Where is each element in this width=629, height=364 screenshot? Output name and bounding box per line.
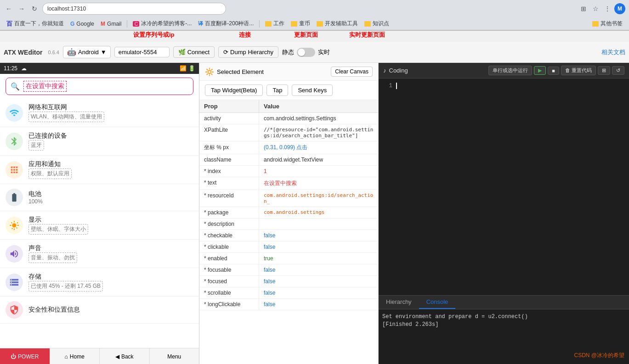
table-row: 坐标 % px (0.31, 0.099) 点击 <box>199 141 378 154</box>
platform-select[interactable]: 🤖 Android ▼ <box>63 46 111 58</box>
home-button[interactable]: ⌂ Home <box>50 348 100 364</box>
docs-link[interactable]: 相关文档 <box>601 48 625 56</box>
console-line: Set environment and prepare d = u2.conne… <box>382 313 625 321</box>
item-title: 已连接的设备 <box>28 132 193 140</box>
send-keys-button[interactable]: Send Keys <box>292 84 333 96</box>
bookmark-blog[interactable]: C 冰冷的希望的博客-... <box>130 19 194 28</box>
table-row: * focusable false <box>199 264 378 276</box>
search-icon: 🔍 <box>11 82 20 91</box>
tab-hierarchy[interactable]: Hierarchy <box>379 296 419 309</box>
annotation-realtime: 实时更新页面 <box>349 31 385 39</box>
run-button[interactable]: ▶ <box>534 66 546 75</box>
coding-actions: 单行或选中运行 ▶ ■ 🗑 重置代码 ⊞ ↺ <box>488 66 624 75</box>
item-subtitle: 音量、振动、勿扰 <box>28 252 193 263</box>
list-item[interactable]: 应用和通知 权限、默认应用 <box>0 156 199 184</box>
item-icon-security <box>6 301 23 319</box>
list-item[interactable]: 电池 100% <box>0 184 199 211</box>
bookmark-label: 冰冷的希望的博客-... <box>141 20 192 28</box>
prop-key: * focusable <box>199 264 259 275</box>
dump-hierarchy-button[interactable]: ⟳ Dump Hierarchy <box>218 46 278 58</box>
prop-key: * resourceId <box>199 190 259 207</box>
item-icon-display <box>6 217 23 234</box>
bookmark-baidu[interactable]: 百 百度一下，你就知道 <box>4 19 67 29</box>
bookmark-other[interactable]: 其他书签 <box>589 19 625 28</box>
power-button[interactable]: ⏻ POWER <box>0 348 50 364</box>
prop-key: 坐标 % px <box>199 141 259 154</box>
run-single-button[interactable]: 单行或选中运行 <box>488 66 532 75</box>
forward-button[interactable]: → <box>17 4 27 14</box>
table-row: XPathLite //*[@resource-id="com.android.… <box>199 124 378 141</box>
action-buttons: Tap Widget(Beta) Tap Send Keys <box>199 81 378 100</box>
power-icon: ⏻ <box>11 353 16 360</box>
list-item[interactable]: 显示 壁纸、休眠、字体大小 <box>0 211 199 240</box>
chevron-down-icon: ▼ <box>101 49 107 56</box>
connect-button[interactable]: 🌿 Connect <box>173 46 215 58</box>
item-title: 电池 <box>28 190 193 198</box>
address-bar[interactable]: localhost:17310 <box>42 3 226 15</box>
reload-button[interactable]: ↻ <box>29 4 40 14</box>
bookmark-star-icon[interactable]: ☆ <box>590 4 601 14</box>
extensions-icon[interactable]: ⊞ <box>578 4 589 14</box>
coding-header: ♪ Coding 单行或选中运行 ▶ ■ 🗑 重置代码 ⊞ ↺ <box>379 63 629 78</box>
home-icon: ⌂ <box>65 353 68 360</box>
copy-button[interactable]: ⊞ <box>598 66 610 75</box>
props-header: Prop Value <box>199 100 378 113</box>
reset-code-button[interactable]: 🗑 重置代码 <box>561 66 596 75</box>
tap-button[interactable]: Tap <box>266 84 288 96</box>
dump-label: Dump Hierarchy <box>230 49 273 56</box>
bookmark-gmail[interactable]: M Gmail <box>98 20 124 28</box>
bookmark-label: Gmail <box>107 21 121 27</box>
bookmark-devtools[interactable]: 开发辅助工具 <box>314 19 361 28</box>
prop-key: activity <box>199 113 259 124</box>
device-input[interactable] <box>114 47 170 57</box>
trash-icon: 🗑 <box>565 67 570 73</box>
bookmark-coins[interactable]: 童币 <box>288 19 313 28</box>
prop-val-scrollable: false <box>259 287 378 298</box>
prop-val-coords[interactable]: (0.31, 0.099) 点击 <box>259 141 378 154</box>
static-label: 静态 <box>282 48 294 56</box>
list-item[interactable]: 网络和互联网 WLAN、移动网络、流量使用 <box>0 99 199 127</box>
baidu-icon: 百 <box>6 20 12 28</box>
bookmark-knowledge[interactable]: 知识点 <box>362 19 392 28</box>
list-item[interactable]: 已连接的设备 蓝牙 <box>0 127 199 156</box>
annotation-connect: 连接 <box>239 31 251 39</box>
power-label: POWER <box>18 353 39 360</box>
folder-icon <box>291 21 297 27</box>
bookmark-google[interactable]: G Google <box>68 20 97 28</box>
clear-canvas-button[interactable]: Clear Canvas <box>331 67 373 77</box>
reset-label: 重置代码 <box>572 67 592 73</box>
search-bar[interactable]: 🔍 在设置中搜索 <box>6 78 193 95</box>
bookmark-work[interactable]: 工作 <box>262 19 287 28</box>
menu-icon[interactable]: ⋮ <box>602 4 612 14</box>
phone-bottom-bar: ⏻ POWER ⌂ Home ◀ Back Menu <box>0 348 199 364</box>
tab-console[interactable]: Console <box>419 296 456 309</box>
item-title: 存储 <box>28 273 193 281</box>
signal-icon: 📶 <box>180 65 187 72</box>
list-item[interactable]: 声音 音量、振动、勿扰 <box>0 240 199 268</box>
realtime-toggle[interactable] <box>297 48 315 57</box>
prop-key: * description <box>199 218 259 230</box>
stop-button[interactable]: ■ <box>548 67 559 75</box>
prop-val: //*[@resource-id="com.android.settings:i… <box>259 124 378 141</box>
main-content: 11:25 ☁ 📶 🔋 🔍 在设置中搜索 网络和互联网 WLAN、移动网络、流量… <box>0 63 629 364</box>
profile-icon[interactable]: M <box>614 3 625 14</box>
back-button[interactable]: ← <box>4 4 14 14</box>
bookmark-translate[interactable]: 译 百度翻译-200种语... <box>195 19 256 28</box>
phone-body[interactable]: 🔍 在设置中搜索 网络和互联网 WLAN、移动网络、流量使用 已 <box>0 74 199 348</box>
prop-key: * text <box>199 177 259 190</box>
code-editor[interactable]: 1 <box>379 78 629 295</box>
table-row: * package com.android.settings <box>199 207 378 218</box>
item-subtitle: 壁纸、休眠、字体大小 <box>28 224 193 235</box>
menu-button[interactable]: Menu <box>150 348 199 364</box>
undo-button[interactable]: ↺ <box>612 66 624 75</box>
tap-widget-button[interactable]: Tap Widget(Beta) <box>205 84 263 96</box>
back-phone-button[interactable]: ◀ Back <box>100 348 150 364</box>
phone-time: 11:25 <box>4 65 17 72</box>
code-content[interactable] <box>396 82 625 291</box>
annotation-row: 设置序列号或ip 连接 更新页面 实时更新页面 <box>0 31 629 42</box>
item-icon-network <box>6 104 23 122</box>
bookmarks-bar: 百 百度一下，你就知道 G Google M Gmail C 冰冷的希望的博客-… <box>0 17 629 30</box>
list-item[interactable]: 安全性和位置信息 <box>0 297 199 324</box>
back-icon: ◀ <box>115 353 119 360</box>
list-item[interactable]: 存储 已使用 45% - 还剩 17.45 GB <box>0 268 199 297</box>
